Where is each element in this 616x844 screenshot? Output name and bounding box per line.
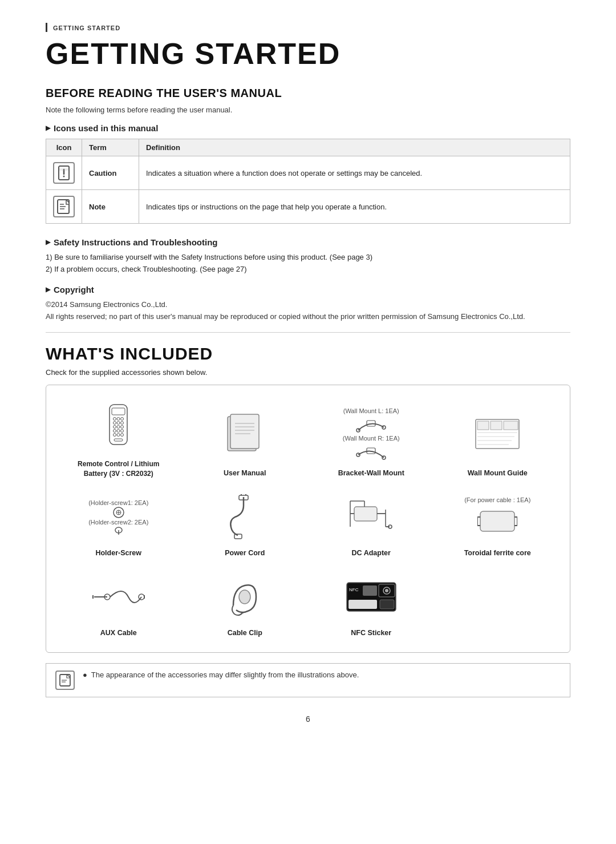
svg-rect-82 bbox=[363, 585, 377, 596]
accessory-wall-mount-guide-label: Wall Mount Guide bbox=[468, 469, 528, 479]
safety-list: 1) Be sure to familiarise yourself with … bbox=[46, 253, 570, 273]
empty-slot bbox=[435, 563, 561, 643]
list-item: 2) If a problem occurs, check Troublesho… bbox=[46, 265, 570, 273]
svg-point-2 bbox=[63, 176, 65, 177]
svg-point-24 bbox=[114, 434, 116, 437]
svg-rect-86 bbox=[348, 600, 377, 609]
svg-rect-11 bbox=[112, 408, 125, 415]
svg-point-23 bbox=[121, 430, 124, 433]
accessories-box: Remote Control / LithiumBattery (3V : CR… bbox=[46, 385, 570, 653]
col-term: Term bbox=[82, 139, 139, 156]
accessory-power-cord-label: Power Cord bbox=[225, 548, 265, 559]
svg-rect-29 bbox=[230, 414, 259, 449]
accessories-grid: Remote Control / LithiumBattery (3V : CR… bbox=[55, 397, 561, 643]
icons-subtitle: Icons used in this manual bbox=[46, 123, 570, 133]
caution-term: Caution bbox=[82, 156, 139, 190]
accessory-nfc-sticker: NFC NFC Sticker bbox=[308, 563, 435, 643]
svg-rect-67 bbox=[480, 511, 514, 531]
svg-point-17 bbox=[121, 422, 124, 425]
accessory-remote-label: Remote Control / LithiumBattery (3V : CR… bbox=[78, 459, 159, 479]
note-icon bbox=[53, 196, 75, 217]
accessory-cable-clip: Cable Clip bbox=[182, 563, 309, 643]
accessory-toroidal-label: Toroidal ferrite core bbox=[464, 548, 531, 559]
svg-point-85 bbox=[385, 589, 388, 592]
copyright-line1: ©2014 Samsung Electronics Co.,Ltd. bbox=[46, 300, 570, 309]
svg-point-20 bbox=[121, 426, 124, 429]
accessory-nfc-sticker-label: NFC Sticker bbox=[351, 628, 391, 639]
svg-rect-41 bbox=[477, 421, 489, 430]
note-box: ● The appearance of the accessories may … bbox=[46, 663, 570, 697]
copyright-subtitle: Copyright bbox=[46, 285, 570, 294]
main-title: GETTING STARTED bbox=[46, 37, 570, 71]
svg-point-18 bbox=[114, 426, 116, 429]
svg-point-26 bbox=[121, 434, 124, 437]
note-def: Indicates tips or instructions on the pa… bbox=[139, 190, 570, 224]
svg-text:NFC: NFC bbox=[349, 587, 359, 592]
svg-rect-87 bbox=[380, 600, 394, 609]
svg-rect-43 bbox=[504, 421, 518, 430]
section1-intro: Note the following terms before reading … bbox=[46, 106, 570, 114]
divider bbox=[46, 332, 570, 333]
safety-subtitle: Safety Instructions and Troubleshooting bbox=[46, 237, 570, 247]
accessory-cable-clip-label: Cable Clip bbox=[228, 628, 262, 639]
accessory-user-manual: User Manual bbox=[182, 397, 309, 483]
svg-rect-58 bbox=[354, 507, 377, 521]
caution-icon bbox=[53, 162, 75, 184]
col-icon: Icon bbox=[46, 139, 82, 156]
accessory-holder-screw: (Holder-screw1: 2EA) (Holder-screw2: 2EA… bbox=[55, 483, 182, 563]
accessory-remote-control: Remote Control / LithiumBattery (3V : CR… bbox=[55, 397, 182, 483]
accessory-user-manual-label: User Manual bbox=[224, 469, 266, 479]
svg-rect-27 bbox=[114, 439, 123, 441]
table-row: Note Indicates tips or instructions on t… bbox=[46, 190, 570, 224]
svg-point-21 bbox=[114, 430, 116, 433]
accessory-bracket-label: Bracket-Wall Mount bbox=[338, 469, 404, 479]
copyright-line2: All rights reserved; no part of this use… bbox=[46, 312, 570, 321]
accessory-toroidal-ferrite-core: (For power cable : 1EA) Toroidal ferrite… bbox=[435, 483, 561, 563]
svg-point-19 bbox=[117, 426, 120, 429]
accessory-aux-cable: AUX Cable bbox=[55, 563, 182, 643]
caution-def: Indicates a situation where a function d… bbox=[139, 156, 570, 190]
accessory-aux-cable-label: AUX Cable bbox=[100, 628, 137, 639]
breadcrumb: Getting Started bbox=[46, 23, 570, 32]
list-item: 1) Be sure to familiarise yourself with … bbox=[46, 253, 570, 261]
svg-point-25 bbox=[117, 434, 120, 437]
svg-point-79 bbox=[239, 590, 250, 604]
accessory-wall-mount-guide: Wall Mount Guide bbox=[435, 397, 561, 483]
note-icon-box bbox=[55, 671, 75, 690]
page-number: 6 bbox=[46, 714, 570, 724]
svg-rect-42 bbox=[491, 421, 502, 430]
accessory-power-cord: Power Cord bbox=[182, 483, 309, 563]
accessory-dc-adapter-label: DC Adapter bbox=[352, 548, 391, 559]
accessory-bracket-wall-mount: (Wall Mount L: 1EA) (Wall Mount R: 1EA) … bbox=[308, 397, 435, 483]
accessory-holder-screw-label: Holder-Screw bbox=[95, 548, 141, 559]
svg-point-14 bbox=[121, 418, 124, 421]
svg-point-22 bbox=[117, 430, 120, 433]
icons-table: Icon Term Definition Caution bbox=[46, 139, 570, 224]
accessories-intro: Check for the supplied accessories shown… bbox=[46, 368, 570, 377]
svg-point-16 bbox=[117, 422, 120, 425]
svg-point-15 bbox=[114, 422, 116, 425]
note-bullet: ● bbox=[83, 671, 89, 679]
col-def: Definition bbox=[139, 139, 570, 156]
section1-title: BEFORE READING THE USER'S MANUAL bbox=[46, 87, 570, 100]
section2-title: WHAT'S INCLUDED bbox=[46, 344, 570, 364]
note-text: The appearance of the accessories may di… bbox=[91, 671, 359, 679]
table-row: Caution Indicates a situation where a fu… bbox=[46, 156, 570, 190]
svg-point-12 bbox=[114, 418, 116, 421]
note-term: Note bbox=[82, 190, 139, 224]
svg-point-13 bbox=[117, 418, 120, 421]
accessory-dc-adapter: DC Adapter bbox=[308, 483, 435, 563]
